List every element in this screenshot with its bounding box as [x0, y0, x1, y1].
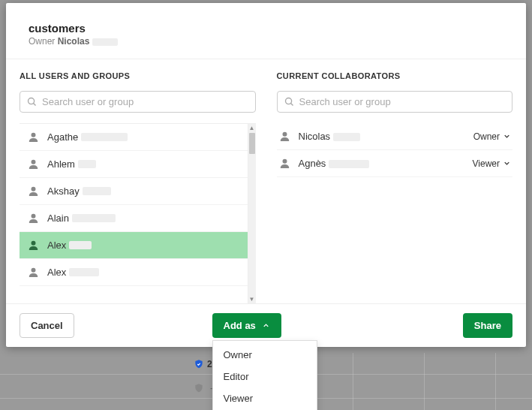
add-as-button[interactable]: Add as [212, 313, 281, 338]
all-users-panel: ALL USERS AND GROUPS Agathe Ahlem Akshay… [6, 59, 266, 303]
all-users-heading: ALL USERS AND GROUPS [20, 71, 256, 80]
user-name: Ahlem [47, 158, 75, 170]
scrollbar[interactable]: ▲ ▼ [248, 124, 256, 303]
chevron-up-icon [262, 321, 270, 330]
collaborators-search-input[interactable] [299, 96, 506, 107]
collaborator-row: Nicolas Owner [277, 123, 513, 150]
svg-point-4 [32, 187, 36, 191]
svg-point-8 [285, 98, 291, 104]
all-users-search[interactable] [20, 91, 256, 113]
role-select[interactable]: Owner [473, 131, 511, 142]
search-icon [26, 96, 38, 107]
person-icon [27, 131, 40, 143]
chevron-down-icon [503, 132, 511, 140]
person-icon [27, 239, 40, 252]
user-row[interactable]: Alex [20, 259, 248, 286]
search-icon [284, 96, 295, 107]
user-name: Alex [47, 240, 66, 251]
svg-line-9 [290, 104, 293, 106]
person-icon [278, 130, 291, 143]
svg-point-2 [32, 133, 36, 137]
user-row[interactable]: Ahlem [20, 151, 248, 178]
svg-point-3 [32, 160, 36, 164]
scrollbar-thumb[interactable] [249, 133, 255, 154]
person-icon [27, 158, 40, 170]
scroll-up-icon[interactable]: ▲ [248, 124, 256, 132]
svg-point-10 [282, 132, 287, 137]
svg-point-5 [32, 214, 36, 219]
dropdown-item[interactable]: Editor [213, 366, 317, 387]
collaborators-heading: CURRENT COLLABORATORS [277, 71, 513, 80]
dialog-footer: Cancel Add as Share OwnerEditorViewer [6, 303, 526, 347]
bg-dash: - [194, 383, 213, 393]
collaborators-list: Nicolas OwnerAgnès Viewer [277, 123, 513, 177]
chevron-down-icon [503, 159, 511, 167]
all-users-search-input[interactable] [42, 96, 249, 107]
dropdown-item[interactable]: Owner [213, 344, 317, 366]
collaborators-panel: CURRENT COLLABORATORS Nicolas OwnerAgnès… [266, 59, 527, 303]
collaborator-row: Agnès Viewer [277, 150, 513, 177]
share-dialog: customers Owner Nicolas ALL USERS AND GR… [6, 3, 526, 347]
person-icon [27, 212, 40, 225]
dialog-header: customers Owner Nicolas [6, 3, 526, 59]
user-name: Alain [47, 213, 69, 224]
svg-point-6 [32, 241, 36, 246]
svg-point-0 [29, 98, 35, 104]
person-icon [278, 157, 291, 170]
user-name: Alex [47, 267, 66, 278]
share-button[interactable]: Share [463, 313, 512, 338]
collaborators-search[interactable] [277, 91, 513, 113]
svg-point-11 [282, 159, 287, 164]
collaborator-name: Nicolas [299, 131, 473, 142]
person-icon [27, 185, 40, 197]
person-icon [27, 266, 40, 279]
add-as-dropdown: OwnerEditorViewer [212, 340, 317, 410]
all-users-list: Agathe Ahlem Akshay Alain Alex Alex ▲ ▼ [20, 123, 256, 303]
user-name: Akshay [47, 185, 80, 197]
dropdown-item[interactable]: Viewer [213, 387, 317, 409]
collaborator-name: Agnès [299, 158, 473, 169]
user-row[interactable]: Alain [20, 205, 248, 232]
user-row[interactable]: Alex [20, 232, 248, 259]
svg-point-7 [32, 268, 36, 273]
owner-line: Owner Nicolas [29, 36, 503, 47]
role-select[interactable]: Viewer [473, 158, 511, 169]
user-name: Agathe [47, 131, 78, 143]
svg-line-1 [34, 104, 36, 106]
cancel-button[interactable]: Cancel [20, 313, 74, 338]
project-title: customers [29, 22, 503, 35]
scroll-down-icon[interactable]: ▼ [248, 295, 256, 303]
user-row[interactable]: Akshay [20, 178, 248, 205]
user-row[interactable]: Agathe [20, 124, 248, 151]
